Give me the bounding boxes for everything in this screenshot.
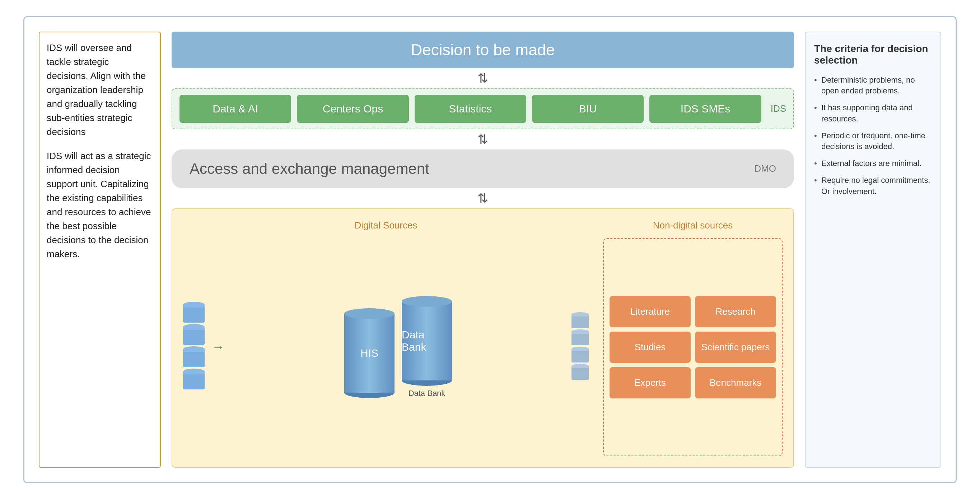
his-cylinder-body: HIS: [344, 314, 395, 393]
criteria-item-1: Deterministic problems, no open ended pr…: [814, 75, 932, 97]
ids-box-smes: IDS SMEs: [649, 95, 761, 123]
criteria-item-3: Periodic or frequent. one-time decisions…: [814, 131, 932, 153]
access-bar: Access and exchange management DMO: [172, 150, 794, 188]
left-text-1: IDS will oversee and tackle strategic de…: [47, 41, 153, 139]
ids-box-data-ai: Data & AI: [180, 95, 291, 123]
nd-box-research: Research: [695, 296, 776, 327]
right-panel: The criteria for decision selection Dete…: [805, 32, 941, 468]
databank-label: Data Bank: [402, 329, 452, 353]
nd-box-literature: Literature: [609, 296, 690, 327]
ids-row: Data & AI Centers Ops Statistics BIU IDS…: [172, 88, 794, 129]
db-icon-1: [183, 305, 205, 323]
ids-box-biu: BIU: [532, 95, 644, 123]
db-icon-4: [183, 371, 205, 389]
arrow-right: →: [212, 340, 225, 355]
ids-box-centers-ops: Centers Ops: [297, 95, 409, 123]
db-small-2: [571, 332, 589, 345]
nondigital-title: Non-digital sources: [603, 220, 783, 231]
nd-box-experts: Experts: [609, 367, 690, 399]
databank-cylinder-body: Data Bank: [402, 301, 452, 381]
arrow-down-2: ⇅: [172, 129, 794, 150]
center-panel: Decision to be made ⇅ Data & AI Centers …: [172, 32, 794, 468]
db-small-4: [571, 366, 589, 380]
databank-cylinder: Data Bank Data Bank: [402, 296, 452, 398]
databank-bottom-label: Data Bank: [409, 389, 445, 398]
arrow-down-3: ⇅: [172, 188, 794, 208]
db-small-1: [571, 314, 589, 328]
arrow-down-1: ⇅: [172, 68, 794, 88]
right-panel-title: The criteria for decision selection: [814, 43, 932, 66]
databank-cylinder-top: [402, 296, 452, 307]
ids-box-statistics: Statistics: [415, 95, 526, 123]
nondigital-grid-wrapper: Literature Research Studies Scientific p…: [603, 238, 783, 456]
decision-bar-label: Decision to be made: [410, 41, 555, 59]
criteria-list: Deterministic problems, no open ended pr…: [814, 75, 932, 197]
dmo-tag: DMO: [754, 163, 776, 174]
criteria-item-4: External factors are minimal.: [814, 158, 932, 169]
left-panel: IDS will oversee and tackle strategic de…: [39, 32, 161, 468]
left-db-stack: [183, 305, 205, 389]
nd-box-studies: Studies: [609, 332, 690, 363]
digital-title: Digital Sources: [183, 220, 589, 231]
db-icon-3: [183, 349, 205, 367]
db-small-3: [571, 349, 589, 362]
his-cylinder: HIS: [344, 308, 395, 398]
criteria-item-2: It has supporting data and resources.: [814, 102, 932, 125]
cylinder-container: HIS Data Bank Data Bank: [232, 296, 564, 398]
ids-boxes: Data & AI Centers Ops Statistics BIU IDS…: [180, 95, 761, 123]
nd-box-benchmarks: Benchmarks: [695, 367, 776, 399]
digital-content: → HIS Data Bank: [183, 238, 589, 456]
main-container: IDS will oversee and tackle strategic de…: [23, 16, 957, 483]
right-db-stack: [571, 314, 589, 380]
left-text-2: IDS will act as a strategic informed dec…: [47, 149, 153, 261]
access-bar-label: Access and exchange management: [189, 160, 430, 177]
nondigital-grid: Literature Research Studies Scientific p…: [609, 296, 776, 399]
digital-section: Digital Sources →: [183, 220, 589, 456]
decision-bar: Decision to be made: [172, 32, 794, 68]
his-label: HIS: [360, 347, 379, 359]
ids-tag: IDS: [771, 103, 786, 114]
nd-box-scientific-papers: Scientific papers: [695, 332, 776, 363]
criteria-item-5: Require no legal commitments. Or involve…: [814, 175, 932, 197]
his-cylinder-top: [344, 308, 395, 319]
nondigital-section: Non-digital sources Literature Research …: [603, 220, 783, 456]
db-icon-2: [183, 327, 205, 345]
data-sources-container: Digital Sources →: [172, 208, 794, 468]
